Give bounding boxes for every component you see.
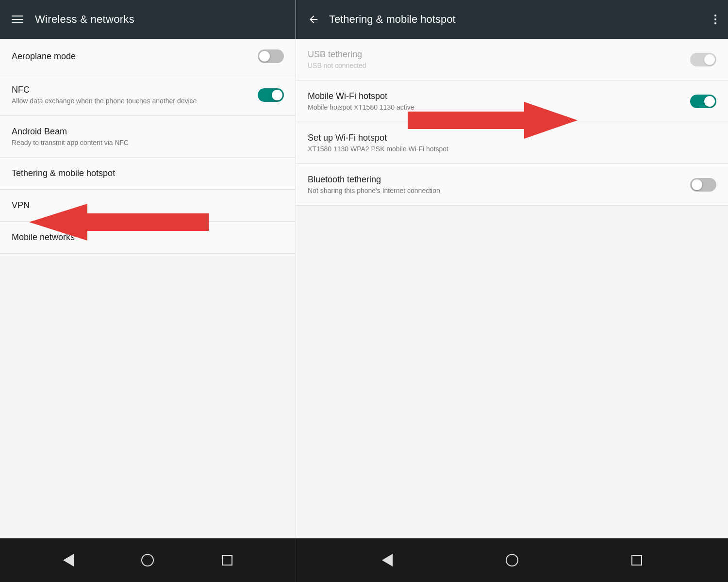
mobile-wifi-hotspot-item[interactable]: Mobile Wi-Fi hotspot Mobile hotspot XT15… xyxy=(296,81,728,122)
mobile-networks-item[interactable]: Mobile networks xyxy=(0,222,296,254)
left-back-button[interactable] xyxy=(63,554,74,566)
back-button[interactable] xyxy=(308,14,319,25)
home-circle-icon xyxy=(506,554,518,566)
left-header: Wireless & networks xyxy=(0,0,296,39)
setup-wifi-hotspot-item[interactable]: Set up Wi-Fi hotspot XT1580 1130 WPA2 PS… xyxy=(296,122,728,164)
bluetooth-tethering-subtitle: Not sharing this phone's Internet connec… xyxy=(308,187,690,194)
usb-tethering-title: USB tethering xyxy=(308,49,690,60)
android-beam-title: Android Beam xyxy=(12,127,284,137)
left-panel-title: Wireless & networks xyxy=(35,13,134,26)
usb-tethering-subtitle: USB not connected xyxy=(308,62,690,69)
right-home-button[interactable] xyxy=(506,554,518,566)
right-recents-button[interactable] xyxy=(631,555,642,566)
android-beam-subtitle: Ready to transmit app content via NFC xyxy=(12,139,284,146)
nfc-toggle[interactable] xyxy=(258,88,284,102)
right-header: Tethering & mobile hotspot xyxy=(296,0,728,39)
navigation-bar xyxy=(0,538,728,582)
more-options-icon[interactable] xyxy=(714,15,716,24)
toggle-knob xyxy=(272,90,282,100)
mobile-networks-title: Mobile networks xyxy=(12,232,284,242)
toggle-knob xyxy=(704,96,715,107)
right-back-button[interactable] xyxy=(382,554,393,566)
mobile-wifi-hotspot-title: Mobile Wi-Fi hotspot xyxy=(308,91,690,101)
usb-tethering-toggle[interactable] xyxy=(690,53,716,66)
recents-square-icon xyxy=(631,555,642,566)
left-panel: Wireless & networks Aeroplane mode NFC xyxy=(0,0,296,538)
setup-wifi-hotspot-subtitle: XT1580 1130 WPA2 PSK mobile Wi-Fi hotspo… xyxy=(308,145,716,153)
toggle-knob xyxy=(704,54,715,65)
mobile-wifi-hotspot-subtitle: Mobile hotspot XT1580 1130 active xyxy=(308,103,690,111)
vpn-item[interactable]: VPN xyxy=(0,190,296,222)
toggle-knob xyxy=(259,51,270,62)
toggle-knob xyxy=(692,179,702,190)
nfc-title: NFC xyxy=(12,85,258,95)
right-panel-title: Tethering & mobile hotspot xyxy=(329,13,705,26)
right-nav-bar xyxy=(296,538,728,582)
nfc-item[interactable]: NFC Allow data exchange when the phone t… xyxy=(0,74,296,116)
setup-wifi-hotspot-title: Set up Wi-Fi hotspot xyxy=(308,133,716,143)
recents-square-icon xyxy=(222,555,232,566)
left-nav-bar xyxy=(0,538,296,582)
home-circle-icon xyxy=(141,554,154,566)
mobile-wifi-hotspot-toggle[interactable] xyxy=(690,95,716,108)
left-recents-button[interactable] xyxy=(222,555,232,566)
tethering-title: Tethering & mobile hotspot xyxy=(12,168,284,178)
bluetooth-tethering-title: Bluetooth tethering xyxy=(308,175,690,185)
tethering-item[interactable]: Tethering & mobile hotspot xyxy=(0,158,296,190)
usb-tethering-item[interactable]: USB tethering USB not connected xyxy=(296,39,728,81)
aeroplane-mode-item[interactable]: Aeroplane mode xyxy=(0,39,296,74)
aeroplane-mode-title: Aeroplane mode xyxy=(12,51,258,62)
tethering-settings-list: USB tethering USB not connected Mobile W… xyxy=(296,39,728,538)
left-settings-list: Aeroplane mode NFC Allow data exchange w… xyxy=(0,39,296,538)
aeroplane-mode-toggle[interactable] xyxy=(258,49,284,63)
right-panel: Tethering & mobile hotspot USB tethering… xyxy=(296,0,728,538)
android-beam-item[interactable]: Android Beam Ready to transmit app conte… xyxy=(0,116,296,158)
bluetooth-tethering-item[interactable]: Bluetooth tethering Not sharing this pho… xyxy=(296,164,728,206)
back-triangle-icon xyxy=(382,554,393,566)
hamburger-menu-icon[interactable] xyxy=(12,16,23,23)
bluetooth-tethering-toggle[interactable] xyxy=(690,178,716,192)
back-triangle-icon xyxy=(63,554,74,566)
left-home-button[interactable] xyxy=(141,554,154,566)
vpn-title: VPN xyxy=(12,200,284,210)
nfc-subtitle: Allow data exchange when the phone touch… xyxy=(12,97,258,105)
